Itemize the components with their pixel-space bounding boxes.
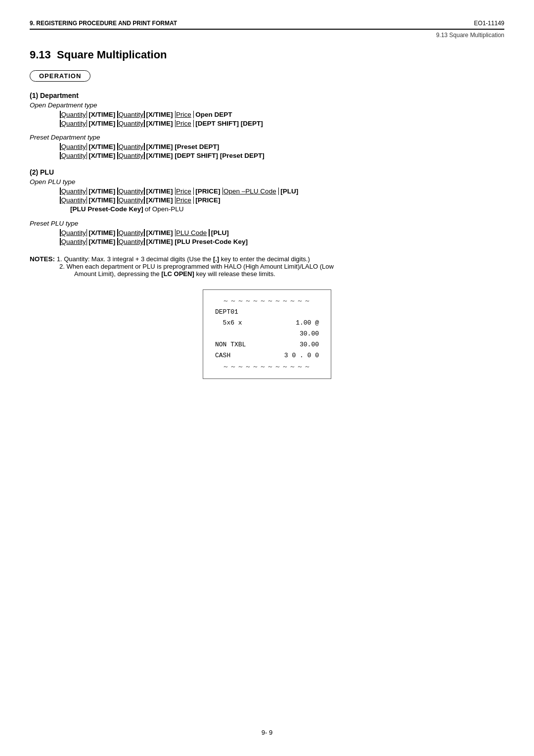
sep — [209, 229, 210, 236]
receipt-row-nontxbl: NON TXBL 30.00 — [215, 339, 319, 350]
open-plu-subline: [PLU Preset-Code Key] of Open-PLU — [69, 205, 504, 213]
sep — [144, 196, 145, 204]
sep — [87, 238, 88, 245]
sep — [193, 196, 194, 204]
sep — [60, 152, 61, 159]
sep — [193, 120, 194, 127]
sep — [60, 111, 61, 118]
plu-title: (2) PLU — [30, 168, 504, 176]
receipt-top-squiggle: ～～～～～～～～～～～～ — [215, 296, 319, 307]
sep — [87, 229, 88, 236]
notes-section: NOTES: 1. Quantity: Max. 3 integral + 3 … — [30, 255, 504, 278]
department-title: (1) Department — [30, 92, 504, 99]
sep — [144, 152, 145, 159]
sep — [60, 188, 61, 195]
receipt-row-cash: CASH 3 0 . 0 0 — [215, 350, 319, 361]
preset-dept-label: Preset Department type — [30, 134, 504, 141]
notes-block: NOTES: 1. Quantity: Max. 3 integral + 3 … — [30, 255, 504, 278]
sep — [117, 196, 118, 204]
sep — [60, 229, 61, 236]
receipt-bottom-squiggle: ～～～～～～～～～～～～ — [215, 362, 319, 373]
sep — [222, 188, 223, 195]
department-section: (1) Department Open Department type Quan… — [30, 92, 504, 159]
sep — [144, 120, 145, 127]
sep — [87, 143, 88, 150]
sep — [87, 196, 88, 204]
sep — [278, 188, 279, 195]
subheader-row: 9.13 Square Multiplication — [30, 32, 504, 39]
preset-plu-line-1: Quantity [X/TIME] Quantity [X/TIME] PLU … — [59, 229, 504, 236]
sep — [175, 229, 176, 236]
receipt: ～～～～～～～～～～～～ DEPT01 5x6 x 1.00 @ 30.00 N… — [203, 289, 331, 379]
header-right: EO1-11149 — [474, 20, 504, 27]
sep — [175, 196, 176, 204]
page: 9. REGISTERING PROCEDURE AND PRINT FORMA… — [0, 0, 534, 756]
sep — [87, 120, 88, 127]
sep — [117, 152, 118, 159]
receipt-row-30: 30.00 — [215, 329, 319, 339]
subheader-right: 9.13 Square Multiplication — [436, 32, 504, 39]
sep — [175, 188, 176, 195]
preset-plu-label: Preset PLU type — [30, 220, 504, 227]
sep — [87, 152, 88, 159]
sep — [117, 111, 118, 118]
receipt-row-dept01: DEPT01 — [215, 307, 319, 318]
plu-section: (2) PLU Open PLU type Quantity [X/TIME] … — [30, 168, 504, 245]
sep — [87, 111, 88, 118]
sep — [117, 238, 118, 245]
sep — [117, 120, 118, 127]
header: 9. REGISTERING PROCEDURE AND PRINT FORMA… — [30, 20, 504, 27]
open-dept-label: Open Department type — [30, 101, 504, 109]
sep — [60, 120, 61, 127]
sep — [117, 143, 118, 150]
open-plu-label: Open PLU type — [30, 178, 504, 186]
sep — [193, 111, 194, 118]
sep — [117, 229, 118, 236]
open-plu-line-2: Quantity [X/TIME] Quantity [X/TIME] Pric… — [59, 196, 504, 204]
sep — [175, 111, 176, 118]
preset-plu-line-2: Quantity [X/TIME] Quantity [X/TIME] [PLU… — [59, 238, 504, 245]
preset-dept-line-2: Quantity [X/TIME] Quantity [X/TIME] [DEP… — [59, 152, 504, 159]
header-left: 9. REGISTERING PROCEDURE AND PRINT FORMA… — [30, 20, 177, 27]
receipt-container: ～～～～～～～～～～～～ DEPT01 5x6 x 1.00 @ 30.00 N… — [30, 289, 504, 379]
preset-dept-line-1: Quantity [X/TIME] Quantity [X/TIME] [Pre… — [59, 143, 504, 150]
open-dept-line-1: Quantity [X/TIME] Quantity [X/TIME] Pric… — [59, 111, 504, 118]
sep — [144, 188, 145, 195]
sep — [144, 143, 145, 150]
sep — [144, 111, 145, 118]
operation-badge: OPERATION — [30, 70, 504, 92]
sep — [60, 143, 61, 150]
receipt-row-5x6: 5x6 x 1.00 @ — [215, 318, 319, 329]
sep — [117, 188, 118, 195]
sep — [144, 229, 145, 236]
footer-page: 9- 9 — [262, 729, 272, 736]
open-dept-line-2: Quantity [X/TIME] Quantity [X/TIME] Pric… — [59, 120, 504, 127]
notes-title: NOTES: — [30, 255, 55, 263]
sep — [60, 196, 61, 204]
header-divider — [30, 29, 504, 30]
sep — [87, 188, 88, 195]
open-plu-line-1: Quantity [X/TIME] Quantity [X/TIME] Pric… — [59, 188, 504, 195]
section-title: 9.13 Square Multiplication — [30, 48, 504, 61]
sep — [60, 238, 61, 245]
sep — [193, 188, 194, 195]
sep — [175, 120, 176, 127]
sep — [144, 238, 145, 245]
